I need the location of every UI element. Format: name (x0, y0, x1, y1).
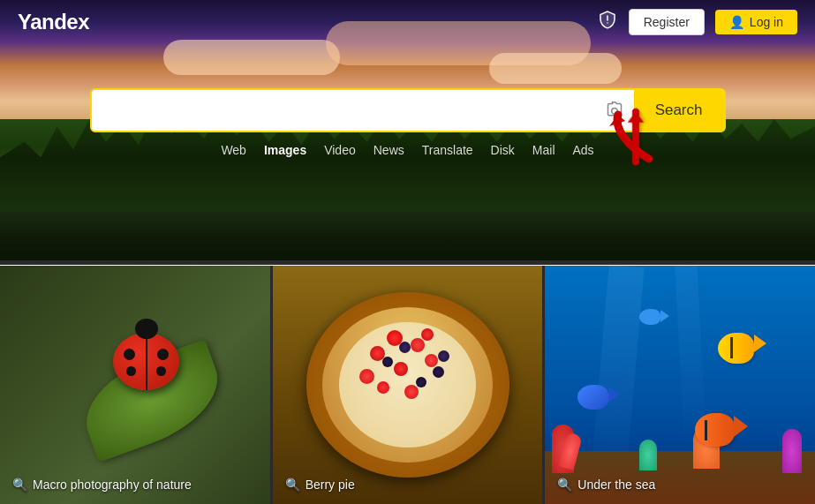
fish1 (718, 333, 766, 364)
card-macro-label: 🔍 Macro photography of nature (12, 478, 192, 492)
search-bar: Search (90, 88, 726, 132)
card-berry-pie-label: 🔍 Berry pie (285, 478, 355, 492)
search-small-icon: 🔍 (557, 478, 572, 492)
nav-disk[interactable]: Disk (491, 143, 515, 157)
pie-plate (306, 292, 509, 478)
header: Yandex Register 👤 Log in (0, 0, 815, 44)
nav-web[interactable]: Web (221, 143, 246, 157)
camera-button[interactable] (595, 90, 634, 131)
cloud (163, 40, 340, 75)
shield-icon (597, 10, 618, 35)
section-divider (0, 260, 815, 265)
ladybug-body (113, 333, 179, 390)
ladybug-line (146, 333, 147, 390)
login-button[interactable]: 👤 Log in (715, 10, 797, 34)
svg-point-0 (611, 109, 617, 115)
lake (0, 212, 815, 265)
header-right: Register 👤 Log in (597, 9, 797, 35)
search-button[interactable]: Search (634, 90, 724, 131)
card-berry-pie[interactable]: 🔍 Berry pie (270, 266, 543, 504)
fish4 (639, 309, 666, 325)
logo: Yandex (18, 10, 89, 34)
search-small-icon: 🔍 (285, 478, 300, 492)
search-section: Search Web Images Video News Translate D… (90, 88, 726, 157)
nav-news[interactable]: News (374, 143, 404, 157)
image-cards-section: 🔍 Macro photography of nature (0, 266, 815, 504)
nav-mail[interactable]: Mail (532, 143, 555, 157)
nav-translate[interactable]: Translate (422, 143, 473, 157)
user-icon: 👤 (729, 15, 744, 29)
fish3 (695, 413, 748, 447)
card-macro-photography[interactable]: 🔍 Macro photography of nature (0, 266, 270, 504)
pie-crust (322, 307, 493, 463)
search-small-icon: 🔍 (12, 478, 27, 492)
card-sea-label: 🔍 Under the sea (557, 478, 655, 492)
nav-video[interactable]: Video (324, 143, 356, 157)
nav-links: Web Images Video News Translate Disk Mai… (90, 143, 726, 157)
card-under-the-sea[interactable]: 🔍 Under the sea (542, 266, 815, 504)
fish2 (577, 385, 617, 410)
register-button[interactable]: Register (629, 9, 705, 35)
cloud (489, 53, 622, 84)
nav-ads[interactable]: Ads (573, 143, 594, 157)
search-input[interactable] (92, 90, 595, 131)
nav-images[interactable]: Images (264, 143, 306, 157)
